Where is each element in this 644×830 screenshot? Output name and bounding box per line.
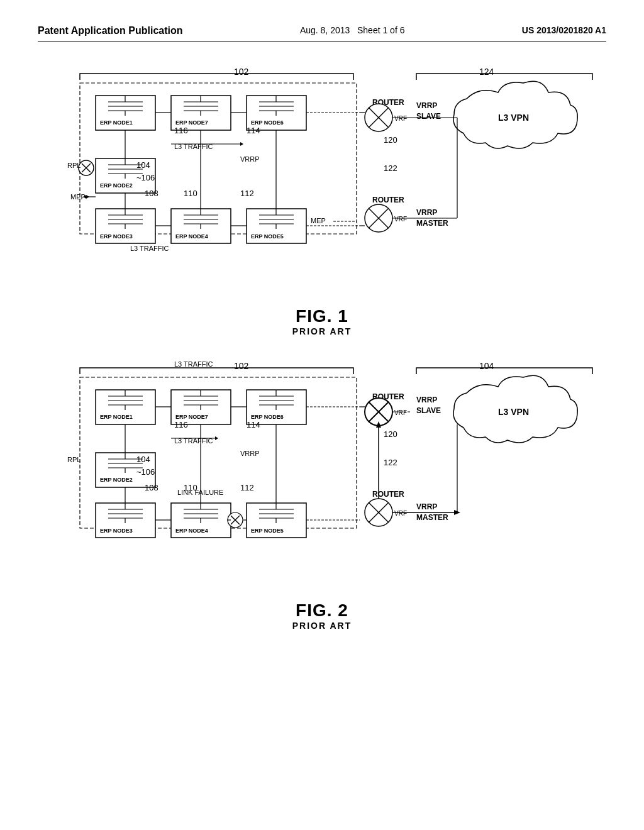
svg-text:ROUTER: ROUTER — [372, 196, 404, 204]
fig2-label: FIG. 2 PRIOR ART — [38, 600, 606, 631]
svg-text:ERP NODE1: ERP NODE1 — [100, 119, 133, 126]
svg-text:ERP NODE4: ERP NODE4 — [175, 528, 208, 534]
svg-text:108: 108 — [145, 189, 158, 198]
svg-text:VRRP: VRRP — [416, 396, 437, 404]
svg-text:RPL: RPL — [67, 162, 80, 169]
svg-text:ERP NODE5: ERP NODE5 — [251, 528, 284, 534]
svg-text:112: 112 — [240, 189, 254, 198]
svg-text:102: 102 — [234, 361, 249, 371]
svg-text:MASTER: MASTER — [416, 513, 448, 522]
svg-text:110: 110 — [184, 189, 197, 198]
svg-text:104: 104 — [136, 160, 150, 170]
svg-text:ERP NODE3: ERP NODE3 — [100, 233, 133, 240]
svg-text:VRRP: VRRP — [416, 502, 437, 511]
svg-text:L3 TRAFFIC: L3 TRAFFIC — [174, 360, 213, 368]
page-header: Patent Application Publication Aug. 8, 2… — [38, 25, 606, 42]
header-patent-num: US 2013/0201820 A1 — [522, 25, 606, 35]
svg-text:VRF: VRF — [394, 510, 407, 517]
fig1-label: FIG. 1 PRIOR ART — [38, 306, 606, 336]
svg-text:104: 104 — [479, 361, 494, 371]
svg-text:ROUTER: ROUTER — [372, 490, 404, 499]
figure-2-section: 102 L3 TRAFFIC 104 ERP NODE1 ER — [38, 355, 606, 631]
svg-text:ERP NODE2: ERP NODE2 — [100, 477, 133, 483]
svg-text:ERP NODE6: ERP NODE6 — [251, 414, 284, 420]
figure-1-section: 102 124 ERP NODE1 ERP NODE7 — [38, 61, 606, 336]
svg-text:120: 120 — [384, 429, 397, 439]
svg-text:SLAVE: SLAVE — [416, 406, 441, 415]
header-title: Patent Application Publication — [38, 25, 183, 36]
svg-text:ERP NODE4: ERP NODE4 — [175, 233, 208, 240]
fig1-subtitle: PRIOR ART — [38, 326, 606, 336]
svg-text:VRF: VRF — [394, 216, 407, 223]
svg-marker-27 — [240, 142, 243, 146]
fig2-number: FIG. 2 — [38, 600, 606, 621]
page: Patent Application Publication Aug. 8, 2… — [0, 0, 644, 830]
svg-text:VRRP: VRRP — [240, 450, 260, 457]
svg-text:108: 108 — [145, 483, 158, 492]
svg-text:ERP NODE7: ERP NODE7 — [175, 119, 208, 126]
svg-text:VRRP: VRRP — [416, 101, 437, 110]
svg-text:MASTER: MASTER — [416, 219, 448, 228]
header-sheet: Sheet 1 of 6 — [357, 25, 405, 35]
svg-text:122: 122 — [384, 163, 397, 173]
svg-text:L3 VPN: L3 VPN — [498, 113, 529, 123]
svg-text:VRF: VRF — [394, 115, 407, 122]
figure-2-svg: 102 L3 TRAFFIC 104 ERP NODE1 ER — [39, 355, 605, 594]
svg-text:VRRP: VRRP — [416, 208, 437, 217]
svg-text:116: 116 — [174, 126, 188, 135]
svg-text:114: 114 — [247, 126, 260, 135]
svg-text:VRRP: VRRP — [240, 155, 260, 163]
ref-102-fig1: 102 — [234, 67, 249, 77]
svg-marker-133 — [215, 436, 218, 440]
svg-text:L3 VPN: L3 VPN — [498, 407, 529, 417]
svg-text:104: 104 — [136, 455, 150, 464]
fig1-number: FIG. 1 — [38, 306, 606, 326]
svg-text:120: 120 — [384, 135, 397, 145]
svg-text:116: 116 — [174, 420, 188, 429]
svg-text:ERP NODE1: ERP NODE1 — [100, 414, 133, 420]
svg-text:ERP NODE7: ERP NODE7 — [175, 414, 208, 420]
svg-text:~106: ~106 — [136, 173, 155, 182]
fig2-subtitle: PRIOR ART — [38, 621, 606, 631]
svg-text:MEP: MEP — [311, 217, 326, 224]
svg-text:ERP NODE2: ERP NODE2 — [100, 182, 133, 189]
svg-text:ERP NODE5: ERP NODE5 — [251, 233, 284, 240]
header-center: Aug. 8, 2013 Sheet 1 of 6 — [300, 25, 405, 35]
ref-124-fig1: 124 — [479, 67, 494, 77]
svg-text:SLAVE: SLAVE — [416, 112, 441, 121]
svg-text:RPL: RPL — [67, 456, 80, 463]
svg-text:122: 122 — [384, 458, 397, 467]
svg-text:ERP NODE6: ERP NODE6 — [251, 119, 284, 126]
svg-text:ERP NODE3: ERP NODE3 — [100, 528, 133, 534]
svg-text:VRF: VRF — [394, 409, 407, 416]
svg-text:~106: ~106 — [136, 467, 155, 477]
svg-text:L3 TRAFFIC: L3 TRAFFIC — [130, 245, 169, 252]
figure-1-svg: 102 124 ERP NODE1 ERP NODE7 — [39, 61, 605, 300]
svg-text:112: 112 — [240, 483, 254, 492]
header-date: Aug. 8, 2013 — [300, 25, 350, 35]
svg-text:114: 114 — [247, 420, 260, 429]
